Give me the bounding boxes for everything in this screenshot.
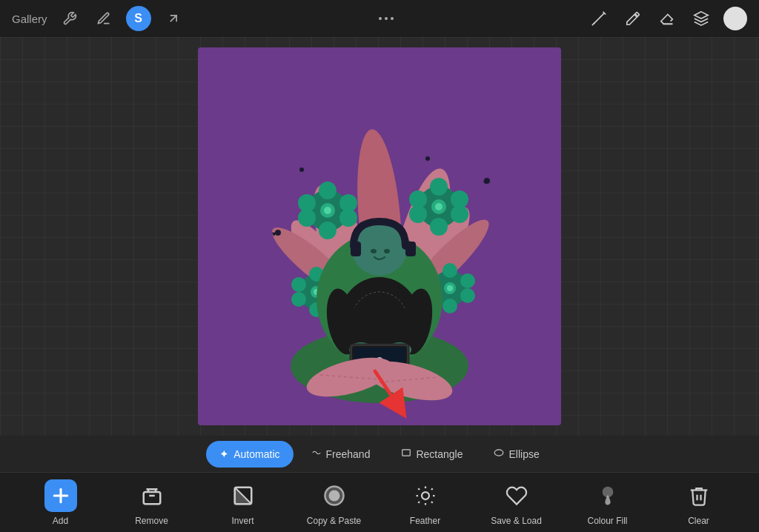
bottom-toolbar: ✦ Automatic Freehand Rectangle xyxy=(0,436,759,532)
svg-point-71 xyxy=(425,156,430,161)
eraser-tool-icon[interactable] xyxy=(655,7,679,30)
svg-point-45 xyxy=(460,288,475,303)
dot1 xyxy=(379,17,382,20)
gallery-button[interactable]: Gallery xyxy=(12,13,47,25)
svg-text:♥: ♥ xyxy=(483,178,488,186)
svg-point-18 xyxy=(339,209,357,227)
remove-icon-wrap xyxy=(136,479,168,512)
svg-line-0 xyxy=(170,16,176,21)
clear-label: Clear xyxy=(688,516,709,526)
dot3 xyxy=(391,17,394,20)
svg-point-26 xyxy=(409,205,427,223)
save-load-label: Save & Load xyxy=(491,516,542,526)
invert-tool[interactable]: Invert xyxy=(213,479,273,526)
layers-icon[interactable] xyxy=(689,7,713,30)
tools-row: Add Remove xyxy=(0,473,759,532)
svg-point-54 xyxy=(371,249,377,253)
svg-rect-83 xyxy=(143,492,160,504)
dot2 xyxy=(385,17,388,20)
feather-label: Feather xyxy=(410,516,440,526)
top-toolbar: Gallery S xyxy=(0,0,759,37)
copy-paste-icon-wrap xyxy=(318,479,351,512)
svg-line-1 xyxy=(594,13,605,24)
freehand-icon xyxy=(311,448,322,460)
user-avatar[interactable] xyxy=(723,7,747,30)
brush-tool-icon[interactable] xyxy=(621,7,645,30)
copy-paste-label: Copy & Paste xyxy=(307,516,361,526)
svg-point-55 xyxy=(384,249,390,253)
pencil-tool-icon[interactable] xyxy=(587,7,611,30)
svg-point-92 xyxy=(422,492,429,499)
svg-line-3 xyxy=(592,23,595,26)
colour-fill-tool[interactable]: Colour Fill xyxy=(578,479,637,526)
svg-point-42 xyxy=(460,273,475,288)
svg-rect-52 xyxy=(351,242,361,256)
add-tool[interactable]: Add xyxy=(31,479,90,526)
clear-icon-wrap xyxy=(683,479,715,512)
sketch-logo-icon[interactable]: S xyxy=(126,6,151,31)
invert-label: Invert xyxy=(231,516,253,526)
svg-point-21 xyxy=(324,207,331,214)
save-load-icon-wrap xyxy=(500,479,533,512)
pen-tool-icon[interactable] xyxy=(92,7,116,30)
feather-tool[interactable]: Feather xyxy=(396,479,455,526)
remove-tool[interactable]: Remove xyxy=(122,479,182,526)
svg-point-27 xyxy=(451,205,468,223)
svg-point-72 xyxy=(299,167,304,172)
svg-point-43 xyxy=(443,263,457,278)
top-right-controls xyxy=(587,7,747,30)
remove-label: Remove xyxy=(135,516,168,526)
add-label: Add xyxy=(53,516,68,526)
svg-point-16 xyxy=(319,182,337,199)
svg-text:♥: ♥ xyxy=(272,230,276,238)
top-left-controls: Gallery S xyxy=(12,6,185,31)
ellipse-selection-button[interactable]: Ellipse xyxy=(480,441,552,468)
invert-icon-wrap xyxy=(227,479,259,512)
top-center-controls xyxy=(379,17,394,20)
svg-point-25 xyxy=(430,178,448,196)
svg-point-32 xyxy=(291,277,306,292)
wrench-icon[interactable] xyxy=(58,7,82,30)
more-options-button[interactable] xyxy=(379,17,394,20)
svg-point-79 xyxy=(495,450,504,456)
svg-point-28 xyxy=(430,218,448,236)
svg-point-19 xyxy=(319,222,337,239)
canvas-area: ♥ ♥ xyxy=(0,37,759,436)
svg-point-35 xyxy=(291,292,306,307)
svg-rect-78 xyxy=(402,450,411,456)
clear-tool[interactable]: Clear xyxy=(669,479,729,526)
colour-fill-label: Colour Fill xyxy=(587,516,627,526)
svg-point-48 xyxy=(447,285,453,291)
svg-marker-5 xyxy=(695,12,708,19)
rectangle-selection-button[interactable]: Rectangle xyxy=(388,441,476,468)
artwork-illustration: ♥ ♥ xyxy=(198,47,561,425)
save-load-tool[interactable]: Save & Load xyxy=(487,479,546,526)
svg-point-46 xyxy=(443,299,457,313)
selection-mode-bar: ✦ Automatic Freehand Rectangle xyxy=(0,436,759,473)
feather-icon-wrap xyxy=(409,479,442,512)
svg-rect-53 xyxy=(405,242,416,256)
freehand-selection-button[interactable]: Freehand xyxy=(298,441,384,468)
svg-point-90 xyxy=(328,490,339,501)
svg-point-30 xyxy=(435,203,443,210)
ellipse-icon xyxy=(494,448,504,460)
arrow-icon[interactable] xyxy=(162,7,185,30)
automatic-selection-button[interactable]: ✦ Automatic xyxy=(206,441,293,468)
add-icon-wrap xyxy=(44,479,77,512)
colour-fill-icon-wrap xyxy=(591,479,624,512)
svg-point-17 xyxy=(298,209,316,227)
artwork-canvas[interactable]: ♥ ♥ xyxy=(198,47,561,425)
rectangle-icon xyxy=(401,448,411,460)
copy-paste-tool[interactable]: Copy & Paste xyxy=(305,479,364,526)
automatic-icon: ✦ xyxy=(219,448,229,461)
